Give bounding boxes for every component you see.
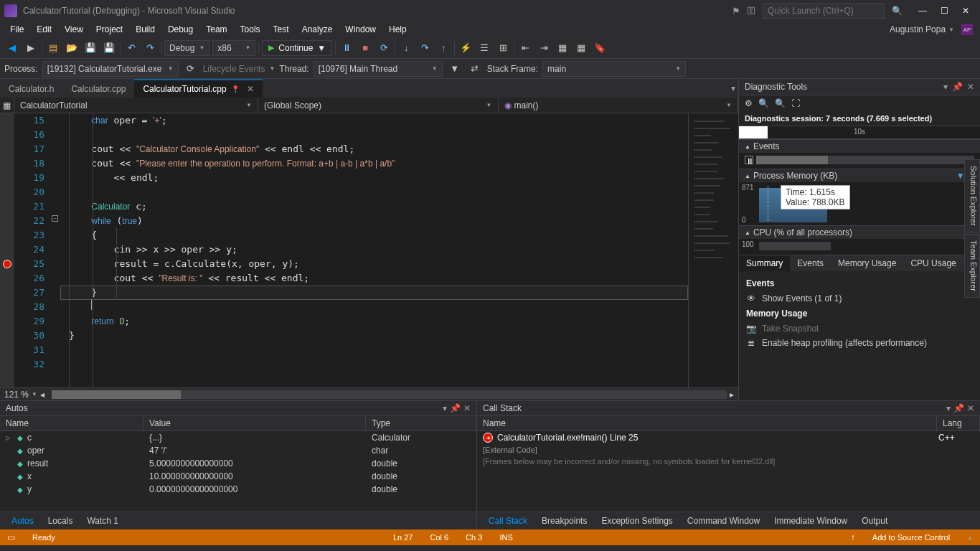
thread-dropdown[interactable]: [10976] Main Thread▼	[314, 61, 443, 77]
bottom-tab-watch-1[interactable]: Watch 1	[80, 514, 126, 528]
scroll-left-icon[interactable]: ◂	[40, 390, 44, 400]
uncomment-icon[interactable]: ▦	[573, 40, 589, 56]
maximize-button[interactable]: ☐	[934, 3, 954, 19]
tab-Calculator-cpp[interactable]: Calculator.cpp	[62, 80, 134, 98]
autos-row-oper[interactable]: ◆oper47 '/'char	[0, 444, 476, 457]
close-icon[interactable]: ✕	[247, 84, 254, 94]
minimap[interactable]	[688, 113, 738, 387]
step-into-icon[interactable]: ↓	[398, 40, 414, 56]
bottom-tab-call-stack[interactable]: Call Stack	[481, 514, 534, 528]
bottom-tab-locals[interactable]: Locals	[41, 514, 80, 528]
comment-icon[interactable]: ▦	[555, 40, 570, 56]
stackframe-dropdown[interactable]: main▼	[542, 61, 686, 77]
diag-dropdown-icon[interactable]: ▾	[943, 82, 948, 92]
break-all-icon[interactable]: ⏸	[339, 40, 354, 56]
cycle-icon[interactable]: ⟳	[183, 61, 199, 77]
panel-pin-icon[interactable]: 📌	[953, 403, 964, 413]
diag-tab-memory-usage[interactable]: Memory Usage	[831, 255, 903, 271]
publish-icon[interactable]: ↑	[851, 532, 855, 542]
close-button[interactable]: ✕	[956, 3, 976, 19]
panel-close-icon[interactable]: ✕	[967, 403, 974, 413]
fold-gutter[interactable]: −	[50, 113, 60, 387]
tool-icon-3[interactable]: ⊞	[495, 40, 511, 56]
col-lang[interactable]: Lang	[937, 416, 980, 430]
diag-time-ruler[interactable]: 10s	[739, 126, 980, 139]
swap-icon[interactable]: ⇄	[467, 61, 483, 77]
col-name[interactable]: Name	[0, 416, 143, 430]
menu-edit[interactable]: Edit	[31, 23, 57, 36]
side-tab-team-explorer[interactable]: Team Explorer	[964, 234, 980, 298]
zoom-dropdown-icon[interactable]: ▼	[32, 391, 37, 397]
col-value[interactable]: Value	[143, 416, 366, 430]
memory-chart[interactable]: 871 0 871 0 Time: 1.615s Value: 788.0KB	[739, 182, 980, 225]
menu-file[interactable]: File	[4, 23, 29, 36]
menu-debug[interactable]: Debug	[162, 23, 199, 36]
new-file-icon[interactable]: ▤	[45, 40, 61, 56]
diag-tab-cpu-usage[interactable]: CPU Usage	[903, 255, 963, 271]
save-all-icon[interactable]: 💾	[101, 40, 117, 56]
indent-more-icon[interactable]: ⇥	[536, 40, 552, 56]
gear-icon[interactable]: ⚙	[745, 98, 753, 108]
tabs-overflow-icon[interactable]: ▾	[731, 83, 735, 93]
save-icon[interactable]: 💾	[83, 40, 98, 56]
autos-row-y[interactable]: ◆y0.00000000000000000double	[0, 483, 476, 496]
bookmark-icon[interactable]: 🔖	[592, 40, 608, 56]
fold-minus-icon[interactable]: −	[52, 215, 58, 222]
continue-button[interactable]: ▶ Continue ▼	[262, 40, 332, 56]
bottom-tab-output[interactable]: Output	[854, 514, 895, 528]
menu-window[interactable]: Window	[339, 23, 382, 36]
menu-analyze[interactable]: Analyze	[296, 23, 339, 36]
menu-team[interactable]: Team	[200, 23, 232, 36]
diag-pin-icon[interactable]: 📌	[952, 82, 963, 92]
process-dropdown[interactable]: [19132] CalculatorTutorial.exe▼	[42, 61, 179, 77]
stop-icon[interactable]: ■	[357, 40, 373, 56]
menu-build[interactable]: Build	[130, 23, 161, 36]
menu-project[interactable]: Project	[90, 23, 128, 36]
menu-help[interactable]: Help	[383, 23, 413, 36]
col-type[interactable]: Type	[366, 416, 476, 430]
bottom-tab-immediate-window[interactable]: Immediate Window	[767, 514, 854, 528]
panel-pin-icon[interactable]: 📌	[450, 403, 461, 413]
diag-memory-header[interactable]: ▲Process Memory (KB) ▼ ●	[739, 169, 980, 182]
user-avatar[interactable]: AP	[961, 24, 973, 35]
open-file-icon[interactable]: 📂	[64, 40, 80, 56]
menu-view[interactable]: View	[59, 23, 89, 36]
scroll-right-icon[interactable]: ▸	[730, 390, 734, 400]
pin-icon[interactable]: 📍	[231, 85, 240, 93]
autos-row-c[interactable]: ▷◆c{...}Calculator	[0, 431, 476, 444]
filter-icon[interactable]: ▼	[447, 61, 463, 77]
take-snapshot-link[interactable]: 📷Take Snapshot	[746, 321, 973, 336]
reset-zoom-icon[interactable]: ⛶	[791, 98, 800, 108]
side-tab-solution-explorer[interactable]: Solution Explorer	[964, 159, 980, 232]
quick-launch-input[interactable]	[763, 3, 885, 19]
platform-dropdown[interactable]: x86▼	[212, 40, 255, 56]
zoom-in-icon[interactable]: 🔍	[758, 98, 769, 108]
tool-icon-2[interactable]: ☰	[476, 40, 492, 56]
callstack-row[interactable]: ➜ CalculatorTutorial.exe!main() Line 25 …	[477, 431, 980, 444]
undo-icon[interactable]: ↶	[123, 40, 139, 56]
diag-close-icon[interactable]: ✕	[967, 82, 974, 92]
autos-row-x[interactable]: ◆x10.000000000000000double	[0, 470, 476, 483]
bottom-tab-autos[interactable]: Autos	[4, 514, 41, 528]
diag-tab-summary[interactable]: Summary	[739, 255, 790, 271]
tab-Calculator-h[interactable]: Calculator.h	[0, 80, 62, 98]
redo-icon[interactable]: ↷	[142, 40, 158, 56]
config-dropdown[interactable]: Debug▼	[164, 40, 209, 56]
crumb-project[interactable]: CalculatorTutorial▼	[14, 98, 258, 113]
search-icon[interactable]: 🔍	[889, 6, 905, 16]
menu-test[interactable]: Test	[268, 23, 295, 36]
bottom-tab-breakpoints[interactable]: Breakpoints	[534, 514, 594, 528]
nav-back-icon[interactable]: ◀	[4, 40, 20, 56]
step-over-icon[interactable]: ↷	[417, 40, 433, 56]
h-scrollbar[interactable]	[52, 390, 727, 399]
enable-heap-link[interactable]: ≣Enable heap profiling (affects performa…	[746, 336, 973, 350]
breakpoint-gutter[interactable]	[0, 113, 14, 387]
crumb-function[interactable]: ◉main()▼	[499, 98, 739, 113]
source-control-link[interactable]: Add to Source Control	[872, 533, 950, 542]
zoom-out-icon[interactable]: 🔍	[775, 98, 786, 108]
panel-close-icon[interactable]: ✕	[463, 403, 471, 413]
autos-row-result[interactable]: ◆result5.0000000000000000double	[0, 457, 476, 470]
show-events-link[interactable]: 👁Show Events (1 of 1)	[746, 291, 973, 306]
restart-icon[interactable]: ⟳	[376, 40, 392, 56]
crumb-scope[interactable]: (Global Scope)▼	[258, 98, 499, 113]
